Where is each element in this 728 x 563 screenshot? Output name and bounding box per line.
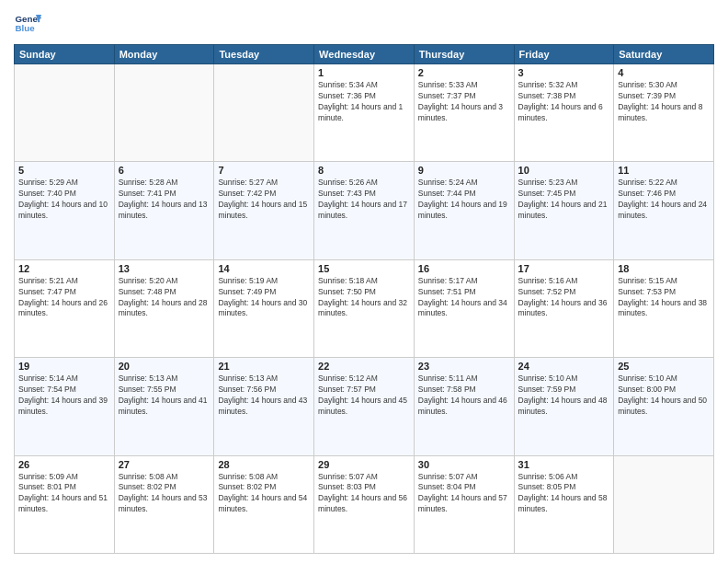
- day-cell: 16Sunrise: 5:17 AMSunset: 7:51 PMDayligh…: [414, 259, 514, 357]
- day-cell: [114, 64, 214, 162]
- day-info: Sunrise: 5:20 AMSunset: 7:48 PMDaylight:…: [119, 276, 210, 320]
- day-cell: 10Sunrise: 5:23 AMSunset: 7:45 PMDayligh…: [514, 162, 614, 259]
- day-cell: 2Sunrise: 5:33 AMSunset: 7:37 PMDaylight…: [414, 64, 514, 162]
- day-cell: 6Sunrise: 5:28 AMSunset: 7:41 PMDaylight…: [114, 162, 214, 259]
- day-cell: 3Sunrise: 5:32 AMSunset: 7:38 PMDaylight…: [514, 64, 614, 162]
- weekday-header-thursday: Thursday: [414, 45, 514, 64]
- weekday-header-tuesday: Tuesday: [214, 45, 314, 64]
- day-number: 12: [18, 263, 110, 274]
- weekday-header-sunday: Sunday: [15, 45, 115, 64]
- day-cell: 25Sunrise: 5:10 AMSunset: 8:00 PMDayligh…: [614, 358, 714, 455]
- day-cell: 1Sunrise: 5:34 AMSunset: 7:36 PMDaylight…: [314, 64, 415, 162]
- day-info: Sunrise: 5:21 AMSunset: 7:47 PMDaylight:…: [18, 276, 110, 320]
- day-info: Sunrise: 5:27 AMSunset: 7:42 PMDaylight:…: [218, 178, 310, 222]
- day-cell: 26Sunrise: 5:09 AMSunset: 8:01 PMDayligh…: [15, 455, 115, 553]
- day-cell: 15Sunrise: 5:18 AMSunset: 7:50 PMDayligh…: [314, 259, 415, 357]
- day-number: 26: [18, 459, 110, 470]
- weekday-header-friday: Friday: [514, 45, 614, 64]
- day-number: 9: [418, 165, 510, 176]
- day-cell: 12Sunrise: 5:21 AMSunset: 7:47 PMDayligh…: [15, 259, 115, 357]
- day-info: Sunrise: 5:11 AMSunset: 7:58 PMDaylight:…: [418, 373, 510, 418]
- day-info: Sunrise: 5:13 AMSunset: 7:56 PMDaylight:…: [218, 373, 310, 418]
- day-info: Sunrise: 5:13 AMSunset: 7:55 PMDaylight:…: [119, 373, 210, 418]
- header: General Blue: [14, 9, 714, 37]
- day-number: 19: [18, 361, 110, 372]
- day-cell: 29Sunrise: 5:07 AMSunset: 8:03 PMDayligh…: [314, 455, 415, 553]
- day-cell: 22Sunrise: 5:12 AMSunset: 7:57 PMDayligh…: [314, 358, 415, 455]
- day-info: Sunrise: 5:08 AMSunset: 8:02 PMDaylight:…: [218, 472, 310, 516]
- page: General Blue SundayMondayTuesdayWednesda…: [0, 0, 728, 563]
- weekday-header-wednesday: Wednesday: [314, 45, 415, 64]
- week-row-1: 1Sunrise: 5:34 AMSunset: 7:36 PMDaylight…: [15, 64, 714, 162]
- day-number: 16: [418, 263, 510, 274]
- day-number: 4: [618, 67, 710, 78]
- day-cell: 8Sunrise: 5:26 AMSunset: 7:43 PMDaylight…: [314, 162, 415, 259]
- day-cell: 9Sunrise: 5:24 AMSunset: 7:44 PMDaylight…: [414, 162, 514, 259]
- day-number: 28: [218, 459, 310, 470]
- day-info: Sunrise: 5:09 AMSunset: 8:01 PMDaylight:…: [18, 472, 110, 516]
- day-number: 18: [618, 263, 710, 274]
- day-info: Sunrise: 5:06 AMSunset: 8:05 PMDaylight:…: [518, 472, 610, 516]
- day-info: Sunrise: 5:12 AMSunset: 7:57 PMDaylight:…: [318, 373, 410, 418]
- day-cell: 5Sunrise: 5:29 AMSunset: 7:40 PMDaylight…: [15, 162, 115, 259]
- day-cell: 7Sunrise: 5:27 AMSunset: 7:42 PMDaylight…: [214, 162, 314, 259]
- day-info: Sunrise: 5:10 AMSunset: 7:59 PMDaylight:…: [518, 373, 610, 418]
- day-info: Sunrise: 5:07 AMSunset: 8:04 PMDaylight:…: [418, 472, 510, 516]
- day-number: 5: [18, 165, 110, 176]
- day-number: 25: [618, 361, 710, 372]
- calendar-table: SundayMondayTuesdayWednesdayThursdayFrid…: [14, 44, 714, 554]
- day-cell: 18Sunrise: 5:15 AMSunset: 7:53 PMDayligh…: [614, 259, 714, 357]
- day-info: Sunrise: 5:19 AMSunset: 7:49 PMDaylight:…: [218, 276, 310, 320]
- week-row-4: 19Sunrise: 5:14 AMSunset: 7:54 PMDayligh…: [15, 358, 714, 455]
- day-info: Sunrise: 5:32 AMSunset: 7:38 PMDaylight:…: [518, 80, 610, 124]
- day-cell: 31Sunrise: 5:06 AMSunset: 8:05 PMDayligh…: [514, 455, 614, 553]
- day-number: 14: [218, 263, 310, 274]
- day-info: Sunrise: 5:08 AMSunset: 8:02 PMDaylight:…: [119, 472, 210, 516]
- day-number: 21: [218, 361, 310, 372]
- day-cell: 20Sunrise: 5:13 AMSunset: 7:55 PMDayligh…: [114, 358, 214, 455]
- day-info: Sunrise: 5:29 AMSunset: 7:40 PMDaylight:…: [18, 178, 110, 222]
- day-number: 20: [119, 361, 210, 372]
- day-info: Sunrise: 5:10 AMSunset: 8:00 PMDaylight:…: [618, 373, 710, 418]
- day-number: 31: [518, 459, 610, 470]
- day-cell: 23Sunrise: 5:11 AMSunset: 7:58 PMDayligh…: [414, 358, 514, 455]
- day-info: Sunrise: 5:14 AMSunset: 7:54 PMDaylight:…: [18, 373, 110, 418]
- day-number: 7: [218, 165, 310, 176]
- week-row-5: 26Sunrise: 5:09 AMSunset: 8:01 PMDayligh…: [15, 455, 714, 553]
- day-info: Sunrise: 5:30 AMSunset: 7:39 PMDaylight:…: [618, 80, 710, 124]
- weekday-header-row: SundayMondayTuesdayWednesdayThursdayFrid…: [15, 45, 714, 64]
- day-cell: 24Sunrise: 5:10 AMSunset: 7:59 PMDayligh…: [514, 358, 614, 455]
- day-info: Sunrise: 5:07 AMSunset: 8:03 PMDaylight:…: [318, 472, 410, 516]
- day-number: 23: [418, 361, 510, 372]
- logo-icon: General Blue: [14, 9, 41, 37]
- day-cell: [614, 455, 714, 553]
- day-number: 11: [618, 165, 710, 176]
- day-number: 30: [418, 459, 510, 470]
- day-cell: 14Sunrise: 5:19 AMSunset: 7:49 PMDayligh…: [214, 259, 314, 357]
- day-info: Sunrise: 5:23 AMSunset: 7:45 PMDaylight:…: [518, 178, 610, 222]
- day-number: 2: [418, 67, 510, 78]
- day-info: Sunrise: 5:17 AMSunset: 7:51 PMDaylight:…: [418, 276, 510, 320]
- day-number: 10: [518, 165, 610, 176]
- day-info: Sunrise: 5:15 AMSunset: 7:53 PMDaylight:…: [618, 276, 710, 320]
- day-cell: [214, 64, 314, 162]
- logo: General Blue: [14, 9, 41, 37]
- day-number: 6: [119, 165, 210, 176]
- day-cell: 28Sunrise: 5:08 AMSunset: 8:02 PMDayligh…: [214, 455, 314, 553]
- day-number: 8: [318, 165, 410, 176]
- day-number: 13: [119, 263, 210, 274]
- week-row-3: 12Sunrise: 5:21 AMSunset: 7:47 PMDayligh…: [15, 259, 714, 357]
- day-number: 22: [318, 361, 410, 372]
- day-info: Sunrise: 5:16 AMSunset: 7:52 PMDaylight:…: [518, 276, 610, 320]
- day-cell: 19Sunrise: 5:14 AMSunset: 7:54 PMDayligh…: [15, 358, 115, 455]
- day-cell: 21Sunrise: 5:13 AMSunset: 7:56 PMDayligh…: [214, 358, 314, 455]
- day-cell: 27Sunrise: 5:08 AMSunset: 8:02 PMDayligh…: [114, 455, 214, 553]
- day-cell: 11Sunrise: 5:22 AMSunset: 7:46 PMDayligh…: [614, 162, 714, 259]
- day-info: Sunrise: 5:18 AMSunset: 7:50 PMDaylight:…: [318, 276, 410, 320]
- day-number: 27: [119, 459, 210, 470]
- day-number: 1: [318, 67, 410, 78]
- day-cell: 13Sunrise: 5:20 AMSunset: 7:48 PMDayligh…: [114, 259, 214, 357]
- day-info: Sunrise: 5:22 AMSunset: 7:46 PMDaylight:…: [618, 178, 710, 222]
- day-number: 24: [518, 361, 610, 372]
- day-number: 3: [518, 67, 610, 78]
